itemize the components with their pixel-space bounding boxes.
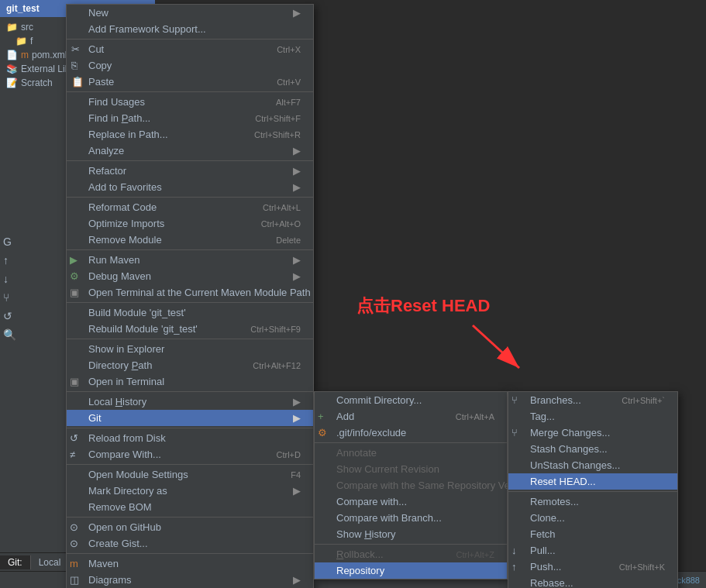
main-context-menu: New ▶ Add Framework Support... ✂ Cut Ctr… — [66, 4, 314, 588]
shortcut: Ctrl+Alt+A — [456, 412, 494, 421]
separator-11 — [67, 517, 313, 518]
submenu-arrow: ▶ — [293, 165, 301, 177]
menu-item-reformat[interactable]: Reformat Code Ctrl+Alt+L — [67, 199, 313, 215]
menu-item-maven[interactable]: m Maven — [67, 555, 313, 572]
git-action-rebase[interactable]: Rebase... — [508, 575, 677, 588]
git-menu-repository[interactable]: Repository — [315, 562, 507, 579]
refresh-icon[interactable]: ↺ — [3, 310, 12, 322]
git-action-push[interactable]: ↑ Push... Ctrl+Shift+K — [508, 559, 677, 575]
menu-item-create-gist[interactable]: ⊙ Create Gist... — [67, 535, 313, 552]
git-menu-compare-branch[interactable]: Compare with Branch... — [315, 510, 507, 526]
menu-item-debug-maven[interactable]: ⚙ Debug Maven ▶ — [67, 268, 313, 284]
sidebar-item-label: pom.xml — [32, 50, 67, 60]
git-action-unstash[interactable]: UnStash Changes... — [508, 457, 677, 473]
menu-label: Maven — [88, 558, 119, 569]
menu-item-module-settings[interactable]: Open Module Settings F4 — [67, 466, 313, 483]
git-menu-add[interactable]: + Add Ctrl+Alt+A — [315, 408, 507, 425]
menu-item-directory-path[interactable]: Directory Path Ctrl+Alt+F12 — [67, 357, 313, 373]
git-menu-exclude[interactable]: ⚙ .git/info/exclude — [315, 425, 507, 441]
shortcut: Delete — [276, 236, 301, 245]
paste-icon: 📋 — [71, 76, 84, 88]
menu-label: Optimize Imports — [88, 218, 164, 229]
pull-icon: ↓ — [511, 545, 517, 556]
scratch-icon: 📝 — [6, 77, 18, 88]
menu-item-rebuild[interactable]: Rebuild Module 'git_test' Ctrl+Shift+F9 — [67, 321, 313, 337]
git-action-tag[interactable]: Tag... — [508, 408, 677, 425]
git-action-reset-head[interactable]: Reset HEAD... — [508, 473, 677, 490]
menu-item-show-explorer[interactable]: Show in Explorer — [67, 341, 313, 357]
reload-icon: ↺ — [70, 432, 78, 444]
branch-icon: ⑂ — [511, 394, 518, 406]
menu-label: Push... — [530, 561, 561, 573]
git-action-pull[interactable]: ↓ Pull... — [508, 542, 677, 559]
git-submenu: Commit Directory... + Add Ctrl+Alt+A ⚙ .… — [314, 391, 508, 579]
library-icon: 📚 — [6, 64, 18, 74]
shortcut: Ctrl+D — [277, 450, 301, 459]
git-tab[interactable]: Git: — [0, 555, 31, 569]
menu-item-refactor[interactable]: Refactor ▶ — [67, 163, 313, 179]
menu-label: Mark Directory as — [88, 485, 167, 497]
git-action-clone[interactable]: Clone... — [508, 510, 677, 526]
menu-item-add-framework[interactable]: Add Framework Support... — [67, 21, 313, 37]
arrow-down-icon[interactable]: ↓ — [3, 273, 12, 285]
menu-item-remove-module[interactable]: Remove Module Delete — [67, 232, 313, 248]
menu-item-local-history[interactable]: Local History ▶ — [67, 394, 313, 410]
submenu-arrow: ▶ — [293, 181, 301, 193]
git-action-remotes[interactable]: Remotes... — [508, 493, 677, 510]
git-action-branches[interactable]: ⑂ Branches... Ctrl+Shift+` — [508, 392, 677, 408]
menu-item-open-terminal-maven[interactable]: ▣ Open Terminal at the Current Maven Mod… — [67, 284, 313, 301]
menu-label: Open in Terminal — [88, 376, 164, 387]
maven-icon: m — [70, 558, 78, 569]
menu-item-analyze[interactable]: Analyze ▶ — [67, 143, 313, 159]
menu-label: Diagrams — [88, 574, 132, 586]
menu-item-build[interactable]: Build Module 'git_test' — [67, 304, 313, 321]
menu-label: UnStash Changes... — [530, 459, 620, 471]
menu-item-new[interactable]: New ▶ — [67, 5, 313, 21]
menu-label: Add to Favorites — [88, 181, 162, 193]
shortcut: Ctrl+X — [277, 45, 301, 54]
menu-label: Show History — [336, 528, 396, 540]
menu-item-open-terminal[interactable]: ▣ Open in Terminal — [67, 373, 313, 390]
menu-item-run-maven[interactable]: ▶ Run Maven ▶ — [67, 252, 313, 268]
branch-icon[interactable]: ⑂ — [3, 291, 12, 304]
separator-2 — [67, 91, 313, 92]
git-menu-rollback: Rollback... Ctrl+Alt+Z — [315, 546, 507, 562]
git-menu-compare-with[interactable]: Compare with... — [315, 493, 507, 510]
menu-item-cut[interactable]: ✂ Cut Ctrl+X — [67, 41, 313, 57]
local-tab[interactable]: Local — [31, 555, 70, 569]
menu-item-copy[interactable]: ⎘ Copy — [67, 57, 313, 74]
menu-label: Compare with the Same Repository Version — [336, 480, 532, 491]
search-icon[interactable]: 🔍 — [3, 328, 12, 341]
menu-label: Clone... — [530, 512, 565, 524]
menu-item-find-path[interactable]: Find in Path... Ctrl+Shift+F — [67, 110, 313, 126]
menu-item-paste[interactable]: 📋 Paste Ctrl+V — [67, 74, 313, 90]
menu-label: Paste — [88, 76, 114, 88]
shortcut: Ctrl+Alt+F12 — [253, 361, 301, 370]
menu-item-replace-path[interactable]: Replace in Path... Ctrl+Shift+R — [67, 126, 313, 143]
left-toolbar: G ↑ ↓ ⑂ ↺ 🔍 — [0, 232, 15, 344]
arrow-up-icon[interactable]: ↑ — [3, 254, 12, 266]
menu-item-reload[interactable]: ↺ Reload from Disk — [67, 430, 313, 446]
git-menu-show-history[interactable]: Show History — [315, 526, 507, 542]
menu-item-mark-directory[interactable]: Mark Directory as ▶ — [67, 483, 313, 499]
menu-label: Replace in Path... — [88, 129, 168, 140]
menu-item-remove-bom[interactable]: Remove BOM — [67, 499, 313, 515]
menu-item-add-favorites[interactable]: Add to Favorites ▶ — [67, 179, 313, 195]
shortcut: Ctrl+Alt+O — [261, 219, 301, 229]
menu-item-find-usages[interactable]: Find Usages Alt+F7 — [67, 94, 313, 110]
git-menu-commit[interactable]: Commit Directory... — [315, 392, 507, 408]
git-action-fetch[interactable]: Fetch — [508, 526, 677, 542]
menu-item-optimize[interactable]: Optimize Imports Ctrl+Alt+O — [67, 215, 313, 232]
menu-item-compare-with[interactable]: ≠ Compare With... Ctrl+D — [67, 446, 313, 462]
git-action-stash[interactable]: Stash Changes... — [508, 441, 677, 457]
menu-item-open-github[interactable]: ⊙ Open on GitHub — [67, 519, 313, 535]
submenu-arrow: ▶ — [293, 485, 301, 497]
menu-label: Commit Directory... — [336, 394, 422, 406]
menu-item-diagrams[interactable]: ◫ Diagrams ▶ — [67, 572, 313, 588]
menu-label: Show Current Revision — [336, 463, 439, 475]
menu-label: Pull... — [530, 545, 556, 556]
git-action-merge[interactable]: ⑂ Merge Changes... — [508, 425, 677, 441]
menu-item-git[interactable]: Git ▶ — [67, 410, 313, 426]
shortcut: Ctrl+V — [277, 77, 301, 87]
menu-label: Create Gist... — [88, 538, 148, 549]
